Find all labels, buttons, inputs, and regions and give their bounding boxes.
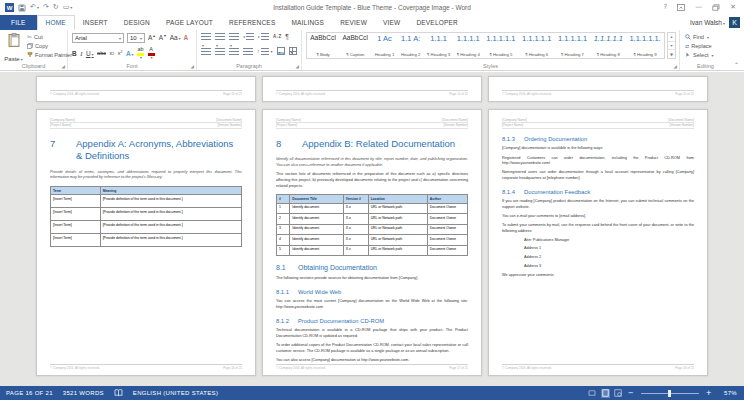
table-header-cell[interactable]: Location — [368, 195, 427, 203]
page-18[interactable]: [Company Name][Document Name] [Project N… — [488, 109, 708, 376]
partial-page-14[interactable]: © Company 2016. All rights reserved.Page… — [262, 76, 482, 102]
table-header-cell[interactable]: # — [277, 195, 290, 203]
table-cell[interactable]: [Provide definition of the term used in … — [100, 195, 241, 208]
word-count[interactable]: 3521 WORDS — [63, 390, 104, 396]
replace-button[interactable]: ⇄Replace — [685, 43, 714, 49]
section-heading-8-1-4[interactable]: 8.1.4Documentation Feedback — [502, 189, 694, 196]
restore-icon[interactable] — [712, 4, 720, 11]
tab-insert[interactable]: INSERT — [75, 15, 116, 30]
table-cell[interactable]: URL or Network path — [368, 224, 427, 235]
zoom-in-button[interactable]: + — [706, 390, 712, 397]
table-cell[interactable]: URL or Network path — [368, 214, 427, 225]
table-cell[interactable]: X.x — [343, 235, 368, 246]
paragraph[interactable]: You can e-mail your comments to [email a… — [502, 214, 694, 220]
table-header-cell[interactable]: Term — [51, 187, 101, 195]
collapse-ribbon-icon[interactable]: ⌃ — [734, 61, 739, 68]
document-area[interactable]: © Company 2016. All rights reserved.Page… — [0, 72, 744, 386]
page-16[interactable]: [Company Name][Document Name] [Project N… — [36, 109, 256, 376]
highlight-color-button[interactable]: ab — [137, 47, 144, 60]
account-area[interactable]: Ivan Walsh K — [690, 15, 744, 30]
address-line[interactable]: Address 1 — [524, 246, 694, 252]
undo-icon[interactable]: ↶ — [30, 4, 39, 11]
table-header-cell[interactable]: Meaning — [100, 187, 241, 195]
table-cell[interactable]: Document Owner — [427, 224, 467, 235]
tab-home[interactable]: HOME — [37, 15, 75, 30]
help-icon[interactable]: ? — [663, 4, 667, 11]
ribbon-display-options-icon[interactable] — [677, 4, 685, 11]
table-cell[interactable]: URL or Network path — [368, 203, 427, 214]
paragraph[interactable]: Registered Customers can order documenta… — [502, 156, 694, 167]
tab-developer[interactable]: DEVELOPER — [408, 15, 466, 30]
appendix-a-heading[interactable]: 7Appendix A: Acronyms, Abbreviations & D… — [50, 138, 242, 163]
strikethrough-button[interactable]: abc — [97, 50, 106, 56]
gallery-scroll-down-icon[interactable]: ▾ — [668, 42, 675, 51]
avatar[interactable]: K — [729, 17, 740, 28]
style--heading-6[interactable]: 1.1.1.1.1¶ Heading 6 — [519, 33, 555, 58]
section-heading-8-1-3[interactable]: 8.1.3Ordering Documentation — [502, 136, 694, 143]
save-icon[interactable] — [18, 4, 26, 12]
table-cell[interactable]: 4 — [277, 235, 290, 246]
intro-paragraph[interactable]: Identify all documentation referenced in… — [276, 157, 468, 168]
align-left-button[interactable] — [201, 48, 211, 55]
table-cell[interactable]: URL or Network path — [368, 245, 427, 256]
numbering-button[interactable] — [215, 33, 225, 40]
paste-button[interactable]: Paste — [3, 32, 24, 63]
multilevel-list-button[interactable] — [229, 33, 239, 40]
word-logo-icon[interactable]: W — [5, 3, 14, 12]
style--caption[interactable]: AaBbCcI¶ Caption — [339, 33, 371, 58]
address-line[interactable]: Address 2 — [524, 255, 694, 261]
partial-page-15[interactable]: © Company 2016. All rights reserved.Page… — [488, 76, 708, 102]
table-cell[interactable]: Identify document — [290, 203, 343, 214]
table-cell[interactable]: X.x — [343, 245, 368, 256]
page-indicator[interactable]: PAGE 16 OF 21 — [6, 390, 53, 396]
align-center-button[interactable] — [215, 48, 225, 55]
copy-button[interactable]: Copy — [27, 43, 72, 49]
paragraph[interactable]: If you are reading [Company] product doc… — [502, 199, 694, 210]
font-name-combo[interactable]: Arial — [72, 33, 124, 43]
align-right-button[interactable] — [229, 48, 239, 55]
bold-button[interactable]: B — [72, 50, 77, 57]
paragraph[interactable]: Nonregistered users can order documentat… — [502, 170, 694, 181]
table-cell[interactable]: [Insert Term] — [51, 221, 101, 234]
gallery-scroll-up-icon[interactable]: ▴ — [668, 33, 675, 42]
shrink-font-button[interactable]: A▼ — [159, 35, 167, 42]
decrease-indent-button[interactable]: ◂ — [243, 33, 254, 40]
gallery-more-icon[interactable]: ▼ — [668, 50, 675, 58]
zoom-slider[interactable] — [641, 393, 699, 394]
select-button[interactable]: Select — [685, 52, 714, 58]
table-cell[interactable]: URL or Network path — [368, 235, 427, 246]
table-cell[interactable]: [Provide definition of the term used in … — [100, 221, 241, 234]
table-cell[interactable]: [Insert Term] — [51, 208, 101, 221]
table-cell[interactable]: Identify document — [290, 245, 343, 256]
table-cell[interactable]: [Provide definition of the term used in … — [100, 208, 241, 221]
table-cell[interactable]: Identify document — [290, 235, 343, 246]
intro-paragraph[interactable]: Provide details of terms, acronyms, and … — [50, 170, 242, 181]
table-cell[interactable]: 5 — [277, 245, 290, 256]
paragraph[interactable]: [Company] documentation is available in … — [502, 146, 694, 152]
underline-button[interactable]: U — [86, 50, 94, 57]
address-line[interactable]: Address 3 — [524, 264, 694, 270]
table-cell[interactable]: Document Owner — [427, 245, 467, 256]
justify-button[interactable] — [243, 48, 253, 55]
table-cell[interactable]: Identify document — [290, 224, 343, 235]
redo-icon[interactable]: ↷ — [43, 4, 49, 11]
cut-button[interactable]: ✂Cut — [27, 34, 72, 40]
tab-design[interactable]: DESIGN — [116, 15, 158, 30]
table-cell[interactable]: Identify document — [290, 214, 343, 225]
table-cell[interactable]: X.x — [343, 224, 368, 235]
table-cell[interactable]: Document Owner — [427, 203, 467, 214]
section-heading-8-1-2[interactable]: 8.1.2Product Documentation CD-ROM — [276, 318, 468, 325]
show-hide-pilcrow-button[interactable]: ¶ — [285, 33, 289, 40]
change-case-button[interactable]: Aa — [170, 35, 181, 42]
paragraph[interactable]: To order additional copies of the Produc… — [276, 343, 468, 354]
clipboard-dialog-launcher[interactable]: ◢ — [62, 64, 65, 69]
style--body[interactable]: AaBbCcI¶ Body — [307, 33, 339, 58]
read-mode-button[interactable] — [588, 389, 597, 398]
paragraph[interactable]: Technical documentation is available in … — [276, 328, 468, 339]
italic-button[interactable]: I — [80, 50, 82, 57]
style--heading-3[interactable]: 1.1.1¶ Heading 3 — [424, 33, 454, 58]
tab-review[interactable]: REVIEW — [332, 15, 375, 30]
table-header-cell[interactable]: Version # — [343, 195, 368, 203]
sort-button[interactable]: A↓Z — [273, 34, 281, 39]
section-heading-8-1[interactable]: 8.1Obtaining Documentation — [276, 264, 468, 272]
